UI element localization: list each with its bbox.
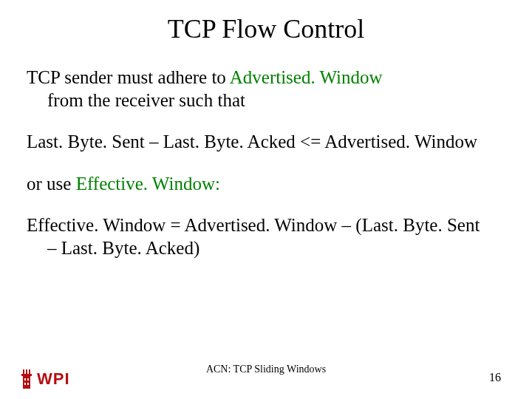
para3-text-a: or use xyxy=(27,174,76,194)
paragraph-4: Effective. Window = Advertised. Window –… xyxy=(27,214,505,259)
slide-body: TCP sender must adhere to Advertised. Wi… xyxy=(0,44,532,259)
para1-green: Advertised. Window xyxy=(230,67,383,87)
paragraph-3: or use Effective. Window: xyxy=(27,173,505,196)
paragraph-1: TCP sender must adhere to Advertised. Wi… xyxy=(27,66,505,112)
para3-green: Effective. Window: xyxy=(76,174,220,194)
footer-center-text: ACN: TCP Sliding Windows xyxy=(0,364,532,375)
para1-text-b: from the receiver such that xyxy=(27,89,245,112)
para4-line2: – Last. Byte. Acked) xyxy=(27,237,200,260)
para1-text-a: TCP sender must adhere to xyxy=(27,67,230,87)
paragraph-2: Last. Byte. Sent – Last. Byte. Acked <= … xyxy=(27,131,505,154)
slide-title: TCP Flow Control xyxy=(0,0,532,44)
footer: ACN: TCP Sliding Windows 16 xyxy=(0,364,532,384)
para4-line1: Effective. Window = Advertised. Window –… xyxy=(27,215,480,235)
slide: TCP Flow Control TCP sender must adhere … xyxy=(0,0,532,399)
page-number: 16 xyxy=(489,371,501,384)
